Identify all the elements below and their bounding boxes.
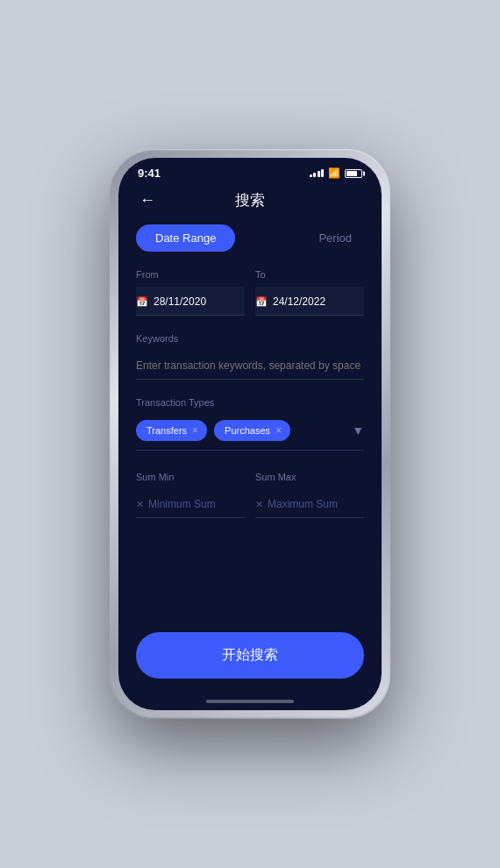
search-button-wrap: 开始搜索 <box>136 632 364 679</box>
date-to-value: 24/12/2022 <box>273 295 325 308</box>
chip-transfers-label: Transfers <box>146 425 187 436</box>
notch <box>197 158 303 179</box>
transaction-types-label: Transaction Types <box>136 397 364 408</box>
sum-max-input[interactable]: ✕ Maximum Sum <box>255 489 364 518</box>
x-icon-min: ✕ <box>136 499 144 510</box>
sum-row: Sum Min ✕ Minimum Sum Sum Max ✕ Maximum … <box>136 472 364 518</box>
home-indicator <box>206 700 294 703</box>
app-content: ← 搜索 Date Range Period From 📅 28/11/2020 <box>118 183 382 518</box>
status-time: 9:41 <box>138 167 161 180</box>
tab-date-range[interactable]: Date Range <box>136 224 235 252</box>
back-button[interactable]: ← <box>136 188 159 213</box>
sum-min-col: Sum Min ✕ Minimum Sum <box>136 472 245 518</box>
x-icon-max: ✕ <box>255 499 263 510</box>
keywords-section: Keywords <box>136 333 364 380</box>
phone-frame: 9:41 📶 ← 搜索 <box>110 149 390 719</box>
chip-purchases-close[interactable]: × <box>275 425 282 436</box>
wifi-icon: 📶 <box>328 167 340 179</box>
transaction-types-section: Transaction Types Transfers × Purchases … <box>136 397 364 451</box>
sum-max-placeholder: Maximum Sum <box>268 498 338 510</box>
header: ← 搜索 <box>136 183 364 224</box>
keywords-label: Keywords <box>136 333 364 344</box>
chip-purchases[interactable]: Purchases × <box>214 420 290 441</box>
date-from-value: 28/11/2020 <box>154 295 206 308</box>
chevron-down-icon[interactable]: ▼ <box>352 423 364 438</box>
battery-fill <box>346 171 357 176</box>
chip-transfers[interactable]: Transfers × <box>136 420 207 441</box>
calendar-icon-to: 📅 <box>255 296 268 308</box>
date-from-label: From <box>136 269 245 280</box>
date-to-col: To 📅 24/12/2022 <box>255 269 364 316</box>
page-title: 搜索 <box>235 190 265 210</box>
sum-min-label: Sum Min <box>136 472 245 482</box>
keywords-input[interactable] <box>136 351 364 380</box>
sum-min-placeholder: Minimum Sum <box>148 498 216 510</box>
tab-period[interactable]: Period <box>306 224 364 252</box>
sum-max-col: Sum Max ✕ Maximum Sum <box>255 472 364 518</box>
date-row: From 📅 28/11/2020 To 📅 24/12/2022 <box>136 269 364 316</box>
calendar-icon-from: 📅 <box>136 296 148 308</box>
date-to-input[interactable]: 📅 24/12/2022 <box>255 287 364 316</box>
date-from-input[interactable]: 📅 28/11/2020 <box>136 287 245 316</box>
date-to-label: To <box>255 269 364 280</box>
chip-transfers-close[interactable]: × <box>192 425 198 436</box>
search-button[interactable]: 开始搜索 <box>136 632 364 679</box>
chip-purchases-label: Purchases <box>225 425 270 436</box>
tab-row: Date Range Period <box>136 224 364 252</box>
phone-screen: 9:41 📶 ← 搜索 <box>118 158 382 710</box>
battery-icon <box>345 169 362 178</box>
status-icons: 📶 <box>310 167 363 179</box>
sum-max-label: Sum Max <box>255 472 364 482</box>
date-from-col: From 📅 28/11/2020 <box>136 269 245 316</box>
sum-min-input[interactable]: ✕ Minimum Sum <box>136 489 245 518</box>
types-row: Transfers × Purchases × ▼ <box>136 415 364 451</box>
signal-icon <box>310 169 325 177</box>
